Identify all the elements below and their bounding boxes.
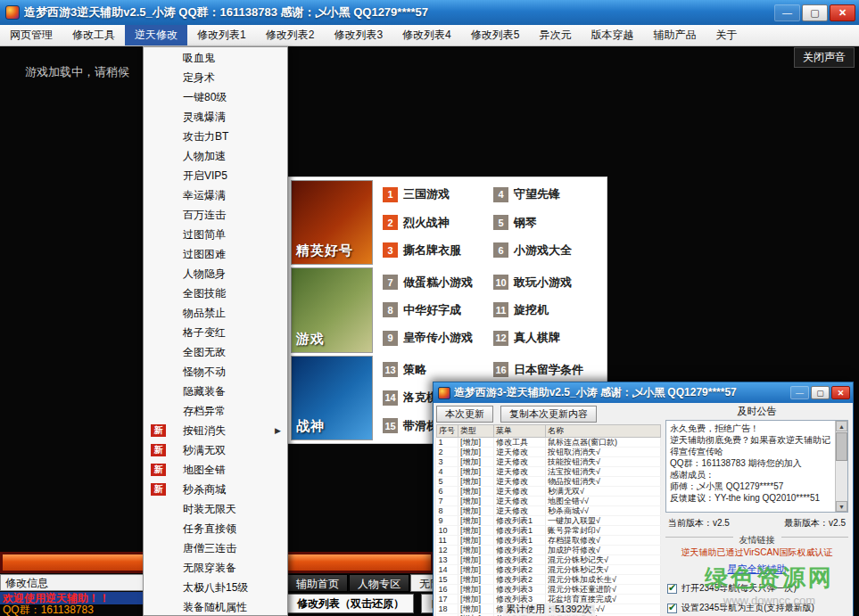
scroll-down-icon[interactable]: ▼ xyxy=(836,501,847,512)
game-link[interactable]: 12 真人棋牌 xyxy=(493,330,604,346)
nav-option-checkbox[interactable]: 设置2345导航为主页(支持最新版) xyxy=(667,602,848,614)
table-row[interactable]: 13 [增加] 修改列表2 混元分铢秒记失√ xyxy=(437,555,661,565)
dropdown-menu-item[interactable]: 格子变红 xyxy=(144,323,287,342)
cell-menu: 修改列表2 xyxy=(494,546,546,555)
copy-update-button[interactable]: 复制本次更新内容 xyxy=(500,406,597,423)
dropdown-menu-item[interactable]: 隐藏装备 xyxy=(144,382,287,401)
scroll-up-icon[interactable]: ▲ xyxy=(836,421,847,431)
checkbox-icon[interactable] xyxy=(667,604,677,613)
game-link[interactable]: 10 敢玩小游戏 xyxy=(493,275,604,291)
dropdown-menu-item[interactable]: 新 秒满无双 xyxy=(144,440,287,460)
bottom-tab[interactable]: 辅助首页 xyxy=(287,574,348,592)
menu-item[interactable]: 修改列表3 xyxy=(324,25,392,45)
dropdown-menu-item[interactable]: 全图技能 xyxy=(144,283,287,303)
dropdown-menu-item[interactable]: 新 秒杀商城 xyxy=(144,480,287,499)
notice-scrollbar[interactable]: ▲ ▼ xyxy=(835,421,847,512)
game-link[interactable]: 16 日本留学条件 xyxy=(493,362,604,378)
close-button[interactable]: ✕ xyxy=(830,4,855,21)
table-row[interactable]: 10 [增加] 修改列表1 账号异常封印√ xyxy=(437,526,661,536)
table-row[interactable]: 2 [增加] 逆天修改 按钮取消消失√ xyxy=(437,448,661,457)
dropdown-menu-item[interactable]: 幸运爆满 xyxy=(144,185,287,205)
dropdown-menu-item[interactable]: 吸血鬼 xyxy=(144,48,287,68)
dropdown-menu-item[interactable]: 任务直接领 xyxy=(144,519,287,538)
game-link[interactable]: 3 撕名牌衣服 xyxy=(383,242,493,259)
dropdown-menu-item[interactable]: 物品禁止 xyxy=(144,303,287,323)
dropdown-menu-item[interactable]: 灵魂爆满 xyxy=(144,107,287,127)
game-link[interactable]: 9 皇帝传小游戏 xyxy=(383,330,493,346)
maximize-button[interactable]: ▢ xyxy=(802,4,828,21)
dropdown-menu-item[interactable]: 唐僧三连击 xyxy=(144,538,287,558)
table-row[interactable]: 8 [增加] 逆天修改 秒杀商城√√ xyxy=(437,506,661,516)
table-row[interactable]: 11 [增加] 修改列表1 存档提取修改√ xyxy=(437,536,661,546)
star-helper-link[interactable]: 星空全能辅助 xyxy=(665,563,848,576)
menu-item[interactable]: 逆天修改 xyxy=(125,25,187,45)
game-link[interactable]: 11 旋挖机 xyxy=(493,302,604,318)
table-row[interactable]: 15 [增加] 修改列表2 混元分铢加成长生√ xyxy=(437,575,661,585)
table-row[interactable]: 5 [增加] 逆天修改 物品按钮消失√ xyxy=(437,477,661,487)
dropdown-menu-item[interactable]: 开启VIP5 xyxy=(144,166,287,185)
scrollbar-thumb[interactable] xyxy=(836,432,847,461)
game-link-number: 4 xyxy=(493,187,508,202)
table-row[interactable]: 9 [增加] 修改列表1 一键加入联盟√ xyxy=(437,516,661,526)
dropdown-menu-item[interactable]: 新 地图全错 xyxy=(144,460,287,480)
game-link[interactable]: 5 钢琴 xyxy=(493,215,604,231)
menu-item[interactable]: 关于 xyxy=(706,25,747,45)
menu-item[interactable]: 修改列表5 xyxy=(461,25,530,45)
bottom-tab[interactable]: 人物专区 xyxy=(349,574,409,592)
menu-item[interactable]: 修改列表2 xyxy=(256,25,325,45)
game-link[interactable]: 8 中华好字成 xyxy=(383,302,493,318)
update-table: 序号类型菜单名称 1 [增加] 修改工具 鼠标连点器(窗口款) xyxy=(436,424,661,616)
table-row[interactable]: 4 [增加] 逆天修改 法宝按钮消失√ xyxy=(437,467,661,477)
dropdown-menu-item[interactable]: 人物隐身 xyxy=(144,264,287,283)
table-row[interactable]: 1 [增加] 修改工具 鼠标连点器(窗口款) xyxy=(437,438,661,448)
dialog-close-button[interactable]: ✕ xyxy=(831,386,850,399)
dropdown-menu-item[interactable]: 全图无敌 xyxy=(144,342,287,362)
dropdown-menu-item[interactable]: 百万连击 xyxy=(144,205,287,225)
table-row[interactable]: 6 [增加] 逆天修改 秒满无双√ xyxy=(437,487,661,497)
game-link[interactable]: 1 三国游戏 xyxy=(383,186,493,202)
dropdown-menu-item[interactable]: 太极八卦15级 xyxy=(144,578,287,597)
close-sound-button[interactable]: 关闭声音 xyxy=(794,47,855,68)
dropdown-menu-item[interactable]: 装备随机属性 xyxy=(144,597,287,616)
nav-option-checkbox[interactable]: 打开2345导航(每天只弹一次) xyxy=(667,582,848,595)
menu-item[interactable]: 修改列表4 xyxy=(392,25,461,45)
game-link[interactable]: 2 烈火战神 xyxy=(383,215,493,231)
game-thumbnail[interactable]: 游戏 xyxy=(291,267,373,352)
dialog-minimize-button[interactable]: — xyxy=(790,386,809,399)
dropdown-menu-item[interactable]: 过图困难 xyxy=(144,244,287,264)
menu-item[interactable]: 修改列表1 xyxy=(187,25,256,45)
menu-item[interactable]: 网页管理 xyxy=(0,25,62,45)
menu-item[interactable]: 辅助产品 xyxy=(643,25,706,45)
game-link[interactable]: 13 策略 xyxy=(383,362,493,378)
dropdown-menu-item[interactable]: 定身术 xyxy=(144,68,287,87)
minimize-button[interactable]: — xyxy=(774,4,800,21)
game-link[interactable]: 6 小游戏大全 xyxy=(493,242,604,259)
menu-item[interactable]: 版本穿越 xyxy=(581,25,643,45)
dropdown-menu-item[interactable]: 时装无限天 xyxy=(144,499,287,519)
table-row[interactable]: 14 [增加] 修改列表2 混元分铢秒记失√ xyxy=(437,565,661,575)
game-link[interactable]: 7 做蛋糕小游戏 xyxy=(383,275,493,291)
notice-lines: 永久免费，拒绝广告！逆天辅助彻底免费？如果喜欢逆天辅助记得宣传宣传哈QQ群：16… xyxy=(670,423,832,504)
dropdown-menu-item[interactable]: 一键80级 xyxy=(144,87,287,107)
dropdown-menu-item[interactable]: 人物加速 xyxy=(144,146,287,166)
game-thumbnail[interactable]: 战神 xyxy=(291,356,373,440)
table-row[interactable]: 12 [增加] 修改列表2 加成护符修改√ xyxy=(437,546,661,555)
dropdown-menu-item[interactable]: 存档异常 xyxy=(144,401,287,421)
table-row[interactable]: 7 [增加] 逆天修改 地图全错√√ xyxy=(437,497,661,506)
dropdown-menu-item[interactable]: 怪物不动 xyxy=(144,362,287,382)
game-link[interactable]: 4 守望先锋 xyxy=(493,186,604,202)
dropdown-menu-item[interactable]: 新 按钮消失 ▶ xyxy=(144,421,287,440)
game-link-label: 小游戏大全 xyxy=(514,242,572,259)
table-row[interactable]: 16 [增加] 修改列表3 混元分铢还童进阶√ xyxy=(437,585,661,595)
menu-item[interactable]: 修改工具 xyxy=(62,25,125,45)
table-row[interactable]: 3 [增加] 逆天修改 技能按钮消失√ xyxy=(437,457,661,467)
menu-item[interactable]: 异次元 xyxy=(529,25,581,45)
dropdown-menu-item[interactable]: 攻击力BT xyxy=(144,127,287,146)
dropdown-menu-item[interactable]: 无限穿装备 xyxy=(144,558,287,578)
bottom-tab[interactable]: 修改列表（双击还原） xyxy=(287,594,414,613)
game-thumbnail[interactable]: 精英好号 xyxy=(291,180,373,265)
this-update-button[interactable]: 本次更新 xyxy=(436,406,493,423)
checkbox-icon[interactable] xyxy=(667,584,677,594)
dialog-maximize-button[interactable]: ▢ xyxy=(811,386,830,399)
dropdown-menu-item[interactable]: 过图简单 xyxy=(144,225,287,244)
